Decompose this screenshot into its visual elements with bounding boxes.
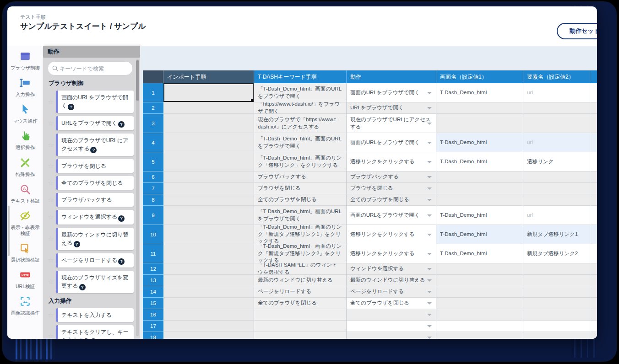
help-icon[interactable]	[90, 338, 97, 339]
element-name-cell[interactable]	[523, 286, 590, 298]
import-step-cell[interactable]	[163, 321, 254, 332]
row-number-cell[interactable]: 2	[143, 102, 163, 114]
action-card[interactable]: ブラウザバックする	[56, 193, 134, 207]
dropdown-arrow-icon[interactable]	[427, 337, 432, 339]
import-step-cell[interactable]	[163, 275, 254, 286]
action-cell[interactable]: 遷移リンクをクリックする	[347, 152, 436, 171]
dropdown-arrow-icon[interactable]	[427, 92, 432, 94]
screen-name-cell[interactable]	[436, 263, 523, 275]
action-cell[interactable]: 全てのブラウザを閉じる	[347, 298, 436, 309]
favorite-star-icon[interactable]: ☆	[46, 256, 56, 264]
extra-cell[interactable]	[590, 225, 597, 244]
action-card[interactable]: ページをリロードする	[56, 253, 134, 268]
panel-scrollbar-track[interactable]	[136, 59, 139, 336]
extra-cell[interactable]	[590, 263, 597, 275]
import-step-cell[interactable]	[163, 332, 254, 339]
action-cell[interactable]: ブラウザバックする	[347, 171, 436, 183]
row-number-cell[interactable]: 13	[143, 275, 163, 286]
element-name-cell[interactable]: url	[523, 83, 590, 102]
extra-cell[interactable]	[590, 298, 597, 309]
action-cell[interactable]: 遷移リンクをクリックする	[347, 225, 436, 244]
element-name-cell[interactable]	[523, 194, 590, 206]
dropdown-arrow-icon[interactable]	[427, 291, 432, 293]
rail-item[interactable]: A テキスト検証	[7, 183, 43, 204]
action-card[interactable]: 全てのブラウザを閉じる	[56, 176, 134, 190]
dropdown-arrow-icon[interactable]	[427, 253, 432, 255]
extra-cell[interactable]	[590, 183, 597, 194]
import-step-cell[interactable]	[163, 194, 254, 206]
rail-item[interactable]: 選択状態検証	[7, 242, 43, 263]
import-step-cell[interactable]	[163, 152, 254, 171]
help-icon[interactable]	[68, 104, 74, 110]
extra-cell[interactable]	[590, 152, 597, 171]
favorite-star-icon[interactable]: ☆	[46, 179, 56, 187]
tdash-keyword-cell[interactable]: 全てのブラウザを閉じる	[254, 194, 347, 206]
screen-name-cell[interactable]	[436, 321, 523, 332]
element-name-cell[interactable]: 新規タブ遷移リンク2	[523, 244, 590, 263]
favorite-star-icon[interactable]: ☆	[46, 196, 56, 204]
extra-cell[interactable]	[590, 275, 597, 286]
extra-cell[interactable]	[590, 309, 597, 321]
tdash-keyword-cell[interactable]: 「T-Dash_Demo_html」画面のURLをブラウザで開く	[254, 83, 347, 102]
favorite-star-icon[interactable]: ☆	[46, 119, 56, 128]
rail-scrollbar[interactable]	[8, 206, 10, 256]
element-name-cell[interactable]: 新規タブ遷移リンク1	[523, 225, 590, 244]
action-cell[interactable]: URLをブラウザで開く	[347, 102, 436, 114]
favorite-star-icon[interactable]: ☆	[46, 278, 56, 286]
dropdown-arrow-icon[interactable]	[427, 279, 432, 282]
action-cell[interactable]	[347, 332, 436, 339]
screen-name-cell[interactable]	[436, 114, 523, 133]
action-card[interactable]: ウィンドウを選択する	[56, 210, 134, 224]
action-cell[interactable]: ページをリロードする	[347, 286, 436, 298]
extra-cell[interactable]	[590, 133, 597, 152]
action-card[interactable]: テキストを入力する	[56, 308, 134, 322]
screen-name-cell[interactable]: T-Dash_Demo_html	[436, 152, 523, 171]
panel-scrollbar-thumb[interactable]	[136, 60, 139, 101]
row-number-cell[interactable]: 1	[143, 83, 163, 102]
element-name-cell[interactable]	[523, 183, 590, 194]
dropdown-arrow-icon[interactable]	[427, 302, 432, 305]
extra-cell[interactable]	[590, 332, 597, 339]
import-step-cell[interactable]	[163, 298, 254, 309]
favorite-star-icon[interactable]: ☆	[46, 162, 56, 170]
favorite-star-icon[interactable]: ☆	[46, 332, 56, 339]
extra-cell[interactable]	[590, 114, 597, 133]
element-name-cell[interactable]	[523, 275, 590, 286]
element-name-cell[interactable]: 遷移リンク	[523, 152, 590, 171]
import-step-cell[interactable]	[163, 183, 254, 194]
screen-name-cell[interactable]: T-Dash_Demo_html	[436, 83, 523, 102]
row-number-cell[interactable]: 12	[143, 263, 163, 275]
favorite-star-icon[interactable]: ☆	[46, 141, 56, 149]
favorite-star-icon[interactable]: ☆	[46, 235, 56, 243]
extra-cell[interactable]	[590, 321, 597, 332]
rail-item[interactable]: 選択操作	[7, 130, 43, 150]
fill-handle[interactable]	[251, 99, 254, 102]
import-step-cell[interactable]	[163, 309, 254, 321]
element-name-cell[interactable]	[523, 298, 590, 309]
action-cell[interactable]	[347, 309, 436, 321]
row-number-cell[interactable]: 18	[143, 332, 163, 339]
extra-cell[interactable]	[590, 244, 597, 263]
action-cell[interactable]: 全てのブラウザを閉じる	[347, 194, 436, 206]
dropdown-arrow-icon[interactable]	[427, 161, 432, 163]
row-number-cell[interactable]: 7	[143, 183, 163, 194]
action-card[interactable]: 最新のウィンドウに切り替える	[56, 228, 134, 250]
screen-name-cell[interactable]	[436, 183, 523, 194]
favorite-star-icon[interactable]: ☆	[46, 98, 56, 106]
tdash-keyword-cell[interactable]	[254, 321, 347, 332]
dropdown-arrow-icon[interactable]	[427, 268, 432, 270]
action-cell[interactable]: 画面のURLをブラウザで開く	[347, 83, 436, 102]
tdash-keyword-cell[interactable]: ページをリロードする	[254, 286, 347, 298]
action-cell[interactable]: 画面のURLをブラウザで開く	[347, 133, 436, 152]
row-number-cell[interactable]: 14	[143, 286, 163, 298]
screen-name-cell[interactable]: T-Dash_Demo_html	[436, 225, 523, 244]
row-number-cell[interactable]: 10	[143, 225, 163, 244]
row-number-cell[interactable]: 8	[143, 194, 163, 206]
extra-cell[interactable]	[590, 206, 597, 225]
screen-name-cell[interactable]	[436, 286, 523, 298]
help-icon[interactable]	[90, 147, 97, 153]
action-cell[interactable]: 現在のブラウザでURLにアクセスする	[347, 114, 436, 133]
tdash-keyword-cell[interactable]: 全てのブラウザを閉じる	[254, 298, 347, 309]
element-name-cell[interactable]	[523, 332, 590, 339]
action-cell[interactable]: 画面のURLをブラウザで開く	[347, 206, 436, 225]
